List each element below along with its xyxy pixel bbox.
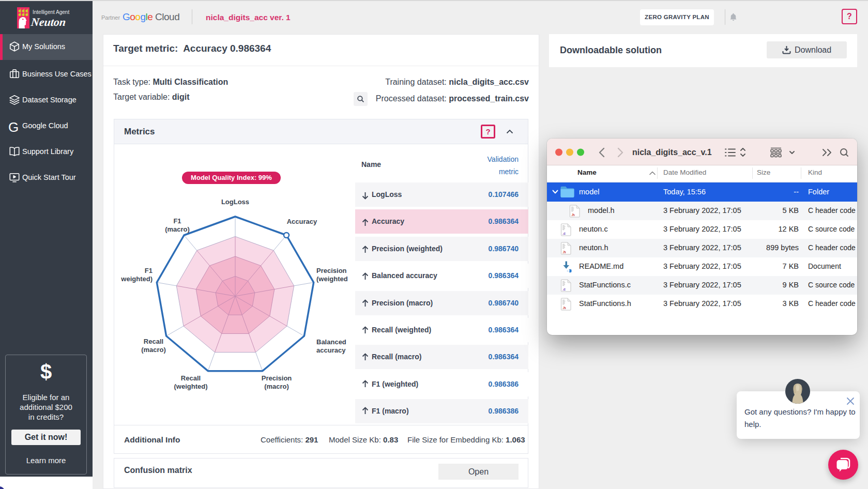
- svg-text:.c: .c: [562, 231, 566, 236]
- svg-text:.c: .c: [562, 287, 566, 292]
- svg-text:.h: .h: [571, 212, 575, 217]
- svg-text:.h: .h: [562, 250, 566, 254]
- svg-text:.h: .h: [562, 305, 566, 310]
